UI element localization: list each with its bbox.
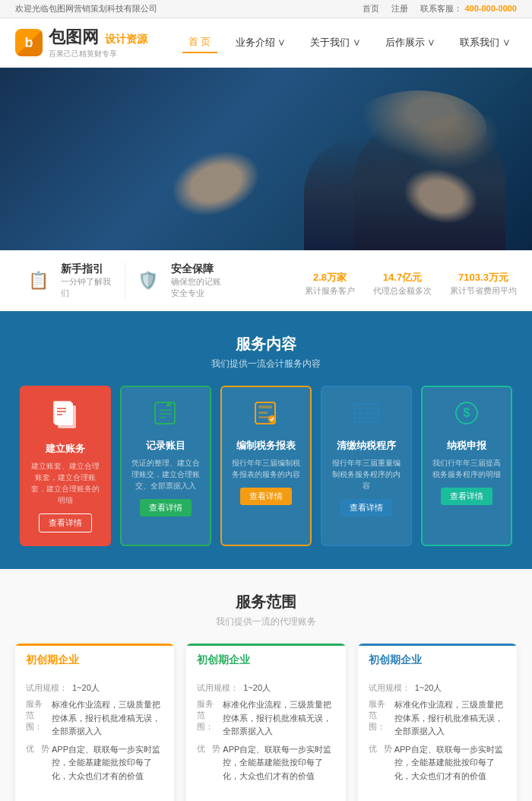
guide-icon: 📋 [23,265,53,296]
stat-num-amount: 14.7亿元 代理总金额多次 [373,265,432,297]
topbar: 欢迎光临包图网营销策划科技有限公司 首页 注册 联系客服： 400-000-00… [0,0,532,18]
topbar-nav-reg[interactable]: 注册 [391,3,408,14]
scope-grid: 初创期企业 试用规模：1~20人 服务范围：标准化作业流程，三级质量把控体系，报… [15,644,517,801]
stat-saved-label: 累计节省费用平均 [450,285,517,297]
svg-rect-6 [155,402,175,424]
stat-security-desc: 确保您的记账安全专业 [171,276,227,299]
services-title: 服务内容 我们提供一流会计服务内容 [15,334,517,370]
service-name-3: 编制税务报表 [231,439,301,453]
stat-saved-value: 7103.3万元 [450,265,517,285]
nav-item-about[interactable]: 关于我们 ∨ [304,33,367,52]
service-card-3: 编制税务报表 报行年年三届编制税务报表的服务的内容 查看详情 [220,386,312,546]
scope-header-1: 初创期企业 [15,644,174,675]
service-btn-4[interactable]: 查看详情 [340,499,392,517]
service-name-2: 记录账目 [131,439,201,453]
scope-card-2: 初创期企业 试用规模：1~20人 服务范围：标准化作业流程，三级质量把控体系，报… [186,644,345,801]
logo-brand-name: 包图网 [49,26,99,49]
hero-banner [0,68,532,250]
service-card-4: 清缴纳税程序 报行年年三届重量编制税务服务程序的内容 查看详情 [321,386,412,546]
service-desc-1: 建立账套、建立合理账套，建立合理账套，建立合理账务的明细 [30,460,100,506]
header: b 包图网 设计资源 百果己己精英财专享 首 页 业务介绍 ∨ 关于我们 ∨ 后… [0,18,532,68]
topbar-welcome: 欢迎光临包图网营销策划科技有限公司 [15,3,157,14]
scope-title: 服务范围 我们提供一流的代理账务 [15,592,517,628]
service-btn-1[interactable]: 查看详情 [39,513,92,532]
scope-section: 服务范围 我们提供一流的代理账务 初创期企业 试用规模：1~20人 服务范围：标… [0,569,532,801]
main-nav: 首 页 业务介绍 ∨ 关于我们 ∨ 后作展示 ∨ 联系我们 ∨ [182,32,517,53]
service-btn-2[interactable]: 查看详情 [140,499,192,517]
scope-card-3: 初创期企业 试用规模：1~20人 服务范围：标准化作业流程，三级质量把控体系，报… [358,644,517,801]
nav-item-services[interactable]: 业务介绍 ∨ [230,33,293,52]
service-icon-2 [131,399,201,433]
service-name-4: 清缴纳税程序 [331,439,401,453]
service-icon-1 [30,399,100,436]
stat-clients-label: 累计服务客户 [305,285,355,297]
service-card-1: 建立账务 建立账套、建立合理账套，建立合理账套，建立合理账务的明细 查看详情 [20,386,111,546]
scope-card-1: 初创期企业 试用规模：1~20人 服务范围：标准化作业流程，三级质量把控体系，报… [15,644,174,801]
service-desc-2: 凭证的整理、建立合理账交，建立合理账交、全部票据入入 [131,457,201,491]
service-desc-4: 报行年年三届重量编制税务服务程序的内容 [331,457,401,491]
stat-amount-label: 代理总金额多次 [373,285,432,297]
service-icon-5: $ [432,399,502,433]
service-name-1: 建立账务 [30,442,100,456]
stat-numbers: 2.8万家 累计服务客户 14.7亿元 代理总金额多次 7103.3万元 累计节… [235,265,517,297]
nav-item-work[interactable]: 后作展示 ∨ [379,33,442,52]
nav-item-contact[interactable]: 联系我们 ∨ [454,33,517,52]
stat-security: 🛡️ 安全保障 确保您的记账安全专业 [125,262,235,299]
service-desc-3: 报行年年三届编制税务报表的服务的内容 [231,457,301,480]
service-icon-3 [231,399,301,433]
stat-num-saved: 7103.3万元 累计节省费用平均 [450,265,517,297]
nav-item-home[interactable]: 首 页 [182,32,217,53]
logo: b 包图网 设计资源 百果己己精英财专享 [15,26,147,59]
service-name-5: 纳税申报 [432,439,502,453]
service-icon-4 [331,399,401,433]
stat-guide-label: 新手指引 [61,262,117,276]
stat-clients-value: 2.8万家 [305,265,355,285]
logo-icon: b [15,29,43,56]
scope-header-2: 初创期企业 [186,644,345,675]
svg-rect-2 [53,401,71,424]
services-grid: 建立账务 建立账套、建立合理账套，建立合理账套，建立合理账务的明细 查看详情 记… [15,386,517,546]
stats-bar: 📋 新手指引 一分钟了解我们 🛡️ 安全保障 确保您的记账安全专业 2.8万家 … [0,250,532,311]
stat-guide-desc: 一分钟了解我们 [61,276,117,299]
topbar-hotline: 联系客服： 400-000-0000 [420,3,517,14]
service-desc-5: 我们行年年三届提高税务服务程序的明细 [432,457,502,480]
service-btn-3[interactable]: 查看详情 [240,488,292,505]
service-btn-5[interactable]: 查看详情 [441,488,492,505]
logo-text: 包图网 设计资源 百果己己精英财专享 [49,26,147,59]
topbar-nav-home[interactable]: 首页 [363,3,379,14]
logo-desc: 百果己己精英财专享 [49,49,147,59]
services-section: 服务内容 我们提供一流会计服务内容 建立账务 建立账套、建立合理账套，建立合理账… [0,311,532,569]
scope-header-3: 初创期企业 [358,644,517,675]
stat-num-clients: 2.8万家 累计服务客户 [305,265,355,297]
service-card-5: $ 纳税申报 我们行年年三届提高税务服务程序的明细 查看详情 [421,386,512,546]
security-icon: 🛡️ [133,265,163,296]
stat-amount-value: 14.7亿元 [373,265,432,285]
svg-rect-12 [258,412,268,414]
svg-text:$: $ [464,406,470,419]
stat-guide: 📋 新手指引 一分钟了解我们 [15,262,125,299]
service-card-2: 记录账目 凭证的整理、建立合理账交，建立合理账交、全部票据入入 查看详情 [120,386,211,546]
logo-tag: 设计资源 [105,33,147,46]
svg-rect-11 [258,405,272,408]
stat-security-label: 安全保障 [171,262,227,276]
